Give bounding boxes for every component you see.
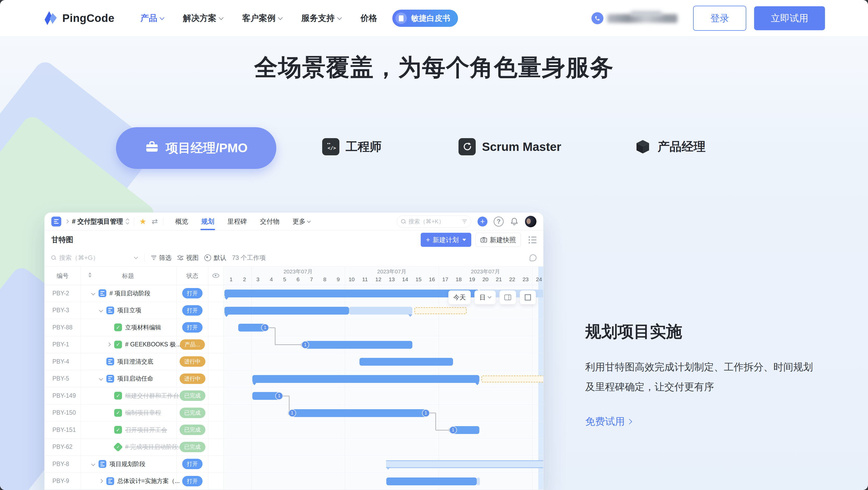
- gantt-bar[interactable]: [224, 289, 479, 297]
- today-button[interactable]: 今天: [448, 290, 471, 304]
- dependency-badge[interactable]: 1: [422, 409, 430, 417]
- status-badge[interactable]: 进行中: [180, 373, 206, 384]
- dependency-badge[interactable]: 1: [288, 409, 296, 417]
- gantt-bar[interactable]: [482, 375, 543, 382]
- task-title-cell: # 项目启动阶段: [81, 285, 186, 302]
- eye-icon[interactable]: [212, 273, 219, 278]
- try-now-button[interactable]: 立即试用: [754, 6, 825, 30]
- favorite-star-icon[interactable]: ★: [140, 218, 147, 225]
- tab-概览[interactable]: 概览: [175, 213, 188, 230]
- status-badge[interactable]: 打开: [182, 459, 203, 469]
- gantt-bar[interactable]: [477, 478, 480, 485]
- item-search-input[interactable]: 搜索（⌘+G）: [51, 254, 137, 262]
- task-title: 项目规划阶段: [110, 460, 146, 468]
- divider: [163, 218, 163, 225]
- brand-logo[interactable]: PingCode: [43, 11, 115, 26]
- gantt-bar[interactable]: [252, 375, 479, 383]
- nav-item-解决方案[interactable]: 解决方案: [183, 12, 223, 24]
- help-button[interactable]: ?: [494, 217, 504, 226]
- sliders-icon: [177, 255, 184, 261]
- gantt-bar[interactable]: [414, 307, 467, 314]
- column-header-title[interactable]: 标题: [107, 267, 149, 285]
- scale-select[interactable]: 日: [474, 290, 496, 304]
- role-tab-产品经理[interactable]: 产品经理: [634, 138, 706, 155]
- project-folder-icon[interactable]: [51, 217, 61, 226]
- bell-icon[interactable]: [510, 217, 519, 226]
- tab-更多[interactable]: 更多: [292, 213, 310, 230]
- status-badge[interactable]: 打开: [182, 322, 203, 333]
- tab-label: 里程碑: [227, 217, 247, 226]
- view-list-icon[interactable]: [529, 236, 536, 243]
- gantt-bar[interactable]: [224, 307, 349, 314]
- funnel-icon: [151, 256, 156, 260]
- new-snapshot-button[interactable]: 新建快照: [475, 233, 521, 247]
- status-badge[interactable]: 已完成: [180, 442, 206, 452]
- location-icon[interactable]: [530, 254, 536, 261]
- fullscreen-button[interactable]: [520, 290, 536, 304]
- role-tab-Scrum Master[interactable]: Scrum Master: [459, 138, 561, 155]
- swap-icon[interactable]: ⇄: [152, 217, 158, 226]
- nav-item-客户案例[interactable]: 客户案例: [242, 12, 282, 24]
- nav-item-价格[interactable]: 价格: [361, 12, 377, 24]
- status-badge[interactable]: 已完成: [180, 425, 206, 435]
- status-badge[interactable]: 产品...: [180, 339, 205, 350]
- expand-chevron-icon[interactable]: [90, 463, 96, 465]
- palette-icon: [204, 254, 211, 261]
- nav-item-产品[interactable]: 产品: [141, 12, 164, 24]
- free-trial-link[interactable]: 免费试用: [585, 415, 631, 428]
- connector-line: [436, 430, 449, 431]
- expand-chevron-icon[interactable]: [97, 480, 104, 483]
- gantt-day-label: 19: [469, 276, 475, 282]
- role-tab-项目经理/PMO[interactable]: 项目经理/PMO: [116, 127, 276, 169]
- sort-icon[interactable]: [88, 272, 92, 278]
- status-badge[interactable]: 已完成: [180, 408, 206, 418]
- status-badge[interactable]: 进行中: [180, 356, 206, 367]
- role-tab-工程师[interactable]: </>工程师: [322, 138, 382, 155]
- status-badge[interactable]: 已完成: [180, 391, 206, 401]
- global-search-input[interactable]: 搜索（⌘+K）: [397, 216, 471, 227]
- gantt-bar[interactable]: [453, 426, 479, 434]
- new-plan-button[interactable]: + 新建计划: [421, 233, 471, 247]
- expand-chevron-icon[interactable]: [97, 309, 104, 312]
- tasklist-work-item-icon: [98, 460, 106, 468]
- project-switcher-icon[interactable]: [126, 219, 129, 224]
- dependency-badge[interactable]: 1: [301, 341, 309, 349]
- column-header-id[interactable]: 编号: [44, 267, 81, 285]
- project-name[interactable]: # 交付型项目管理: [72, 217, 123, 226]
- tab-交付物[interactable]: 交付物: [260, 213, 279, 230]
- gantt-bar[interactable]: [386, 460, 543, 468]
- filter-button[interactable]: 筛选: [151, 254, 172, 262]
- status-badge[interactable]: 打开: [182, 288, 203, 299]
- gantt-bar[interactable]: [386, 478, 477, 485]
- summary-cap-right: [408, 314, 412, 317]
- blurred-phone-number: [607, 11, 680, 26]
- gantt-bar[interactable]: [360, 358, 453, 366]
- dependency-badge[interactable]: 1: [275, 392, 283, 400]
- user-avatar[interactable]: [525, 216, 536, 227]
- expand-chevron-icon[interactable]: [105, 343, 112, 346]
- dependency-badge[interactable]: 1: [261, 324, 269, 332]
- app-header: # 交付型项目管理 ★ ⇄ 概览规划里程碑交付物更多 搜索（⌘+K） + ?: [44, 213, 543, 231]
- brand-name: PingCode: [62, 12, 115, 25]
- tab-里程碑[interactable]: 里程碑: [227, 213, 247, 230]
- gantt-bar[interactable]: [349, 307, 413, 314]
- gantt-bar[interactable]: [292, 409, 426, 417]
- column-header-status[interactable]: 状态: [177, 267, 208, 285]
- add-button[interactable]: +: [477, 217, 488, 226]
- status-badge[interactable]: 打开: [182, 305, 203, 316]
- whitepaper-badge[interactable]: 敏捷白皮书: [392, 10, 458, 27]
- expand-chevron-icon[interactable]: [97, 377, 104, 380]
- filter-label: 筛选: [159, 254, 172, 262]
- chevron-down-icon: [337, 15, 342, 20]
- default-view-button[interactable]: 默认: [204, 254, 226, 262]
- expand-chevron-icon[interactable]: [90, 292, 96, 295]
- status-badge[interactable]: 打开: [182, 476, 203, 486]
- nav-item-服务支持[interactable]: 服务支持: [301, 12, 341, 24]
- split-view-button[interactable]: [499, 290, 516, 304]
- status-cell: 打开: [177, 302, 208, 319]
- tab-规划[interactable]: 规划: [201, 213, 214, 230]
- gantt-bar[interactable]: [305, 341, 412, 349]
- dependency-badge[interactable]: 1: [449, 426, 457, 434]
- login-button[interactable]: 登录: [693, 6, 746, 31]
- view-settings-button[interactable]: 视图: [177, 254, 198, 262]
